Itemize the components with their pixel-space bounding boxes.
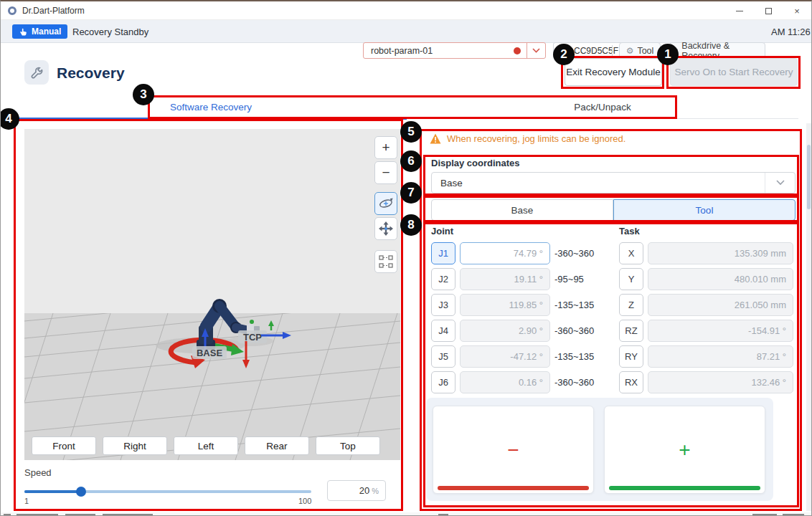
gear-icon: ⚙ [626,46,634,56]
annotation-1: 1 [657,44,679,65]
page-title: Recovery [57,64,125,82]
top-toolbar: Manual Recovery Standby robot-param-01 !… [1,20,811,43]
maximize-button[interactable] [754,1,783,20]
annotation-3: 3 [133,84,154,105]
highlight-box-7 [423,196,799,222]
alert-dot-icon [514,47,521,54]
manual-mode-badge[interactable]: Manual [12,24,67,39]
annotation-2: 2 [553,44,575,65]
annotation-6: 6 [400,150,422,172]
highlight-box-6 [423,155,799,196]
highlight-box-4 [14,119,403,511]
highlight-box-3 [148,95,677,119]
highlight-box-8 [423,222,799,507]
robot-param-select[interactable]: robot-param-01 [363,42,546,59]
annotation-5: 5 [400,121,422,143]
highlight-box-1 [666,56,801,89]
close-button[interactable]: × [783,1,811,20]
panel-scrollbar[interactable] [806,123,811,511]
minimize-icon [736,11,743,11]
annotation-8: 8 [400,214,422,236]
highlight-box-2 [561,56,664,89]
title-bar: Dr.Dart-Platform × [1,1,811,20]
cutoff-caption-sliver [1,512,811,516]
app-logo-icon [8,6,16,15]
annotation-7: 7 [400,182,422,204]
app-window: Dr.Dart-Platform × Manual Recovery Stand… [0,0,812,516]
recovery-module-icon [24,60,49,85]
close-icon: × [794,6,800,16]
scrollbar-thumb[interactable] [807,145,811,209]
minimize-button[interactable] [725,1,754,20]
maximize-icon [765,8,772,14]
robot-status-text: Recovery Standby [72,27,148,37]
robot-param-value: robot-param-01 [364,46,514,56]
chevron-down-icon [532,48,540,53]
clock-text: AM 11:26 [771,27,811,37]
wrench-icon [31,67,43,79]
param-chevron[interactable] [527,43,545,58]
window-title: Dr.Dart-Platform [22,6,85,16]
manual-mode-icon [19,27,28,37]
toolbar-divider [612,45,613,56]
